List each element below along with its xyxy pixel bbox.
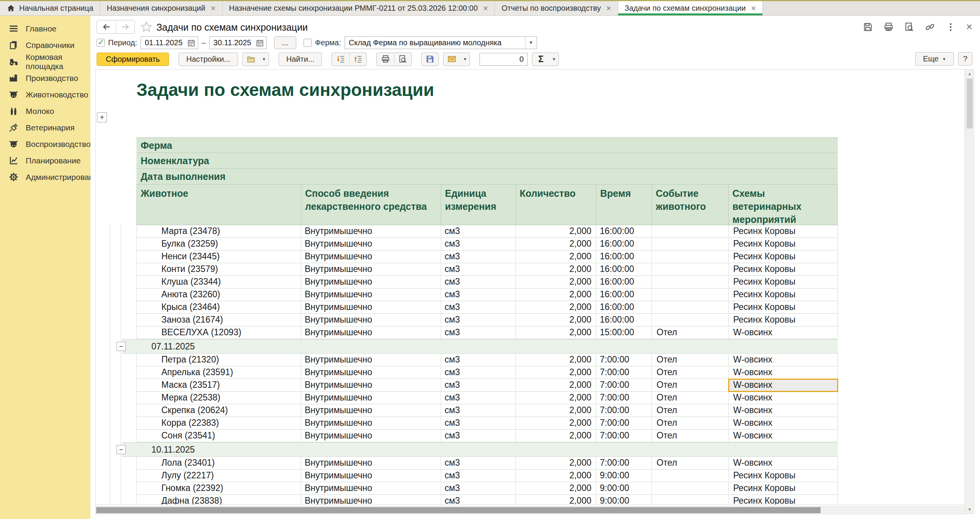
cell-event[interactable] — [652, 276, 729, 288]
sidebar-item-5[interactable]: Животноводство — [0, 86, 90, 103]
cell-unit[interactable]: см3 — [441, 354, 516, 366]
cell-scheme[interactable]: W-овсинх — [729, 404, 838, 417]
period-checkbox[interactable] — [97, 39, 105, 47]
vertical-scrollbar[interactable]: ▲ ▼ — [965, 69, 974, 514]
cell-unit[interactable]: см3 — [441, 301, 516, 314]
cell-scheme[interactable]: W-овсинх — [729, 326, 838, 339]
column-header[interactable]: Схемы ветеринарных мероприятий — [729, 185, 838, 225]
cell-method[interactable]: Внутримышечно — [301, 276, 441, 288]
cell-animal[interactable]: Скрепка (20624) — [136, 404, 301, 417]
cell-scheme[interactable]: Ресинх Коровы — [729, 276, 838, 288]
column-header[interactable]: Событие животного — [652, 185, 729, 225]
calendar-icon[interactable] — [187, 39, 195, 47]
cell-unit[interactable]: см3 — [441, 326, 516, 339]
cell-event[interactable]: Отел — [652, 326, 729, 339]
cell-unit[interactable]: см3 — [441, 238, 516, 250]
chevron-down-icon[interactable]: ▼ — [525, 37, 537, 49]
cell-quantity[interactable]: 2,000 — [516, 238, 596, 250]
cell-time[interactable]: 16:00:00 — [596, 314, 652, 326]
cell-quantity[interactable]: 2,000 — [516, 470, 596, 482]
cell-event[interactable]: Отел — [652, 457, 729, 470]
column-header[interactable]: Животное — [136, 185, 301, 225]
chevron-down-icon[interactable]: ▼ — [549, 57, 558, 61]
tab-close-icon[interactable]: × — [211, 4, 216, 13]
collapse-group-button[interactable]: − — [117, 445, 126, 454]
cell-event[interactable] — [652, 250, 729, 263]
cell-method[interactable]: Внутримышечно — [301, 326, 441, 339]
cell-animal[interactable]: Гномка (22392) — [136, 482, 301, 495]
preview-icon[interactable] — [904, 22, 914, 32]
cell-scheme[interactable]: W-овсинх — [729, 354, 838, 366]
sidebar-item-9[interactable]: Планирование — [0, 152, 90, 169]
tab[interactable]: Назначение схемы синхронизации РММГ-0211… — [223, 1, 495, 15]
counter-input[interactable] — [480, 53, 527, 65]
cell-scheme[interactable]: Ресинх Коровы — [729, 301, 838, 314]
collapse-groups-icon[interactable] — [349, 53, 366, 66]
cell-time[interactable]: 7:00:00 — [596, 457, 652, 470]
cell-method[interactable]: Внутримышечно — [301, 288, 441, 301]
column-header[interactable]: Время — [596, 185, 652, 225]
period-options-button[interactable]: ... — [274, 36, 296, 49]
group-row[interactable]: −07.11.2025 — [122, 339, 838, 354]
cell-scheme-selected[interactable]: W-овсинх — [729, 379, 838, 392]
cell-method[interactable]: Внутримышечно — [301, 430, 441, 442]
cell-time[interactable]: 15:00:00 — [596, 326, 652, 339]
preview-icon[interactable] — [394, 53, 411, 66]
sidebar-item-1[interactable]: Главное — [0, 20, 90, 37]
cell-unit[interactable]: см3 — [441, 263, 516, 276]
print-icon[interactable] — [377, 53, 394, 66]
cell-animal[interactable]: Конти (23579) — [136, 263, 301, 276]
cell-scheme[interactable]: Ресинх Коровы — [729, 495, 838, 505]
cell-animal[interactable]: ВЕСЕЛУХА (12093) — [136, 326, 301, 339]
date-to-field[interactable] — [209, 36, 267, 49]
tab-close-icon[interactable]: × — [606, 4, 611, 13]
cell-scheme[interactable]: Ресинх Коровы — [729, 250, 838, 263]
cell-method[interactable]: Внутримышечно — [301, 417, 441, 430]
cell-quantity[interactable]: 2,000 — [516, 495, 596, 505]
counter-field[interactable] — [479, 53, 528, 66]
horizontal-scroll-thumb[interactable] — [96, 507, 821, 513]
cell-quantity[interactable]: 2,000 — [516, 430, 596, 442]
sidebar-item-4[interactable]: Производство — [0, 70, 90, 86]
cell-animal[interactable]: Дафна (23838) — [136, 495, 301, 505]
cell-method[interactable]: Внутримышечно — [301, 392, 441, 404]
cell-event[interactable]: Отел — [652, 417, 729, 430]
cell-unit[interactable]: см3 — [441, 379, 516, 392]
cell-scheme[interactable]: W-овсинх — [729, 417, 838, 430]
cell-event[interactable] — [652, 314, 729, 326]
cell-method[interactable]: Внутримышечно — [301, 250, 441, 263]
cell-animal[interactable]: Петра (21320) — [136, 354, 301, 366]
cell-animal[interactable]: Соня (23541) — [136, 430, 301, 442]
vertical-scroll-thumb[interactable] — [967, 79, 973, 129]
cell-scheme[interactable]: Ресинх Коровы — [729, 238, 838, 250]
cell-time[interactable]: 16:00:00 — [596, 276, 652, 288]
farm-checkbox[interactable] — [304, 39, 312, 47]
cell-quantity[interactable]: 2,000 — [516, 482, 596, 495]
date-from-field[interactable] — [141, 36, 198, 49]
cell-unit[interactable]: см3 — [441, 225, 516, 238]
cell-unit[interactable]: см3 — [441, 430, 516, 442]
settings-button[interactable]: Настройки... — [179, 53, 238, 66]
cell-unit[interactable]: см3 — [441, 366, 516, 379]
cell-quantity[interactable]: 2,000 — [516, 301, 596, 314]
cell-scheme[interactable]: Ресинх Коровы — [729, 314, 838, 326]
autosum-button[interactable]: Σ ▼ — [532, 53, 559, 66]
cell-quantity[interactable]: 2,000 — [516, 314, 596, 326]
tab[interactable]: Начальная страница — [0, 1, 100, 15]
cell-quantity[interactable]: 2,000 — [516, 225, 596, 238]
cell-time[interactable]: 16:00:00 — [596, 288, 652, 301]
cell-unit[interactable]: см3 — [441, 470, 516, 482]
cell-quantity[interactable]: 2,000 — [516, 366, 596, 379]
favorite-star-icon[interactable] — [140, 21, 153, 33]
cell-event[interactable] — [652, 225, 729, 238]
cell-unit[interactable]: см3 — [441, 276, 516, 288]
cell-time[interactable]: 7:00:00 — [596, 417, 652, 430]
cell-method[interactable]: Внутримышечно — [301, 301, 441, 314]
column-header[interactable]: Единица измерения — [441, 185, 516, 225]
cell-scheme[interactable]: Ресинх Коровы — [729, 470, 838, 482]
sidebar-item-8[interactable]: Воспроизводство — [0, 136, 90, 152]
cell-unit[interactable]: см3 — [441, 250, 516, 263]
cell-event[interactable] — [652, 301, 729, 314]
cell-quantity[interactable]: 2,000 — [516, 276, 596, 288]
chevron-down-icon[interactable]: ▼ — [460, 57, 469, 61]
